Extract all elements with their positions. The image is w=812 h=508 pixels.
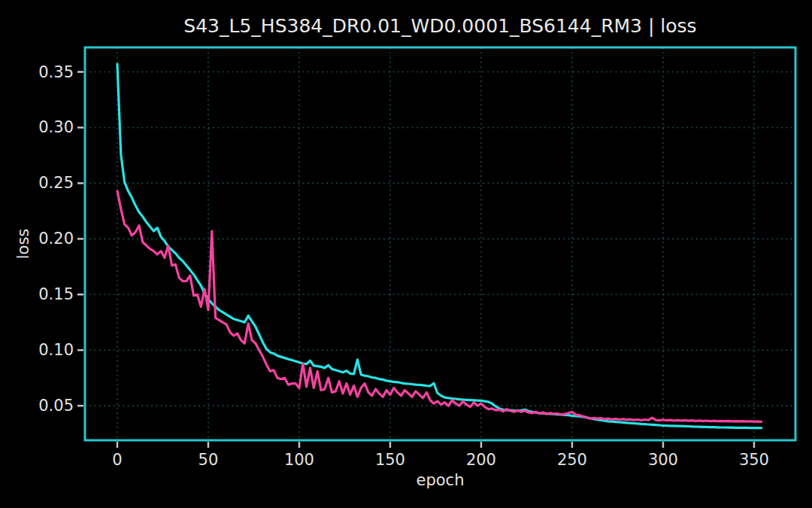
tick-label-x-300: 300 bbox=[648, 451, 678, 469]
tick-label-x-250: 250 bbox=[557, 451, 587, 469]
tick-label-x-150: 150 bbox=[375, 451, 405, 469]
y-axis-label: loss bbox=[14, 229, 32, 260]
chart-title: S43_L5_HS384_DR0.01_WD0.0001_BS6144_RM3 … bbox=[85, 15, 795, 37]
tick-label-x-200: 200 bbox=[466, 451, 496, 469]
tick-label-x-0: 0 bbox=[112, 451, 122, 469]
tick-label-y-0.3: 0.30 bbox=[38, 118, 74, 136]
tick-label-y-0.15: 0.15 bbox=[38, 285, 74, 303]
tick-label-x-50: 50 bbox=[198, 451, 219, 469]
tick-label-y-0.2: 0.20 bbox=[38, 230, 74, 248]
loss-chart: 0501001502002503003500.050.100.150.200.2… bbox=[0, 0, 812, 508]
x-axis-label: epoch bbox=[85, 471, 795, 489]
plot-area bbox=[85, 47, 795, 440]
tick-label-y-0.1: 0.10 bbox=[38, 341, 74, 359]
tick-label-y-0.25: 0.25 bbox=[38, 174, 74, 192]
tick-label-x-350: 350 bbox=[739, 451, 769, 469]
tick-label-y-0.05: 0.05 bbox=[38, 397, 74, 415]
tick-label-x-100: 100 bbox=[284, 451, 314, 469]
tick-label-y-0.35: 0.35 bbox=[38, 63, 74, 81]
figure-canvas: 0501001502002503003500.050.100.150.200.2… bbox=[0, 0, 812, 508]
